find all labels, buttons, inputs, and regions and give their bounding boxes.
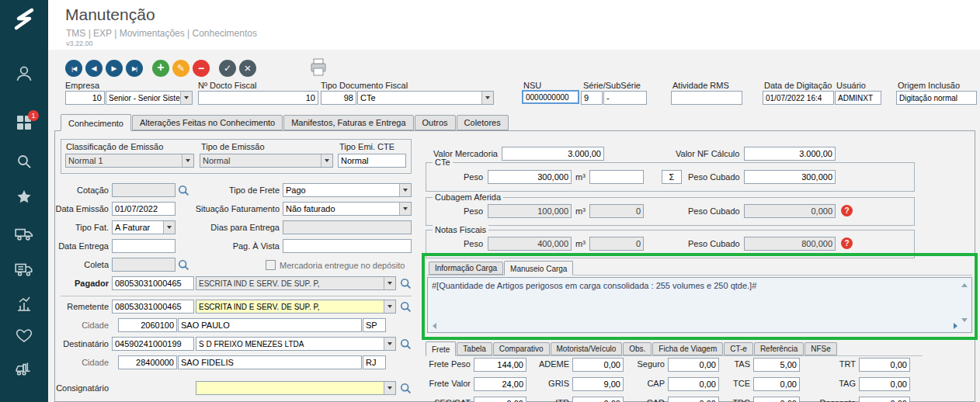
chart-icon xyxy=(15,295,33,314)
valor-mercadoria-field[interactable]: 3.000,00 xyxy=(502,147,604,161)
next-record-button[interactable] xyxy=(106,60,123,77)
docto-fiscal-label: Nº Docto Fiscal xyxy=(198,81,257,90)
tipo-doc-label: Tipo Documento Fiscal xyxy=(321,81,408,90)
data-emissao-field[interactable]: 01/07/2022 xyxy=(112,202,175,216)
print-button[interactable] xyxy=(308,56,329,81)
tab-ficha-viagem[interactable]: Ficha de Viagem xyxy=(652,342,723,355)
tipo-doc-code-field[interactable]: 98 xyxy=(321,91,356,105)
tab-obs[interactable]: Obs. xyxy=(623,342,652,355)
cte-peso-cubado-field[interactable]: 300,000 xyxy=(744,170,836,184)
header xyxy=(48,0,980,50)
sum-button[interactable]: Σ xyxy=(662,170,682,184)
consignatario-select[interactable] xyxy=(196,381,396,395)
edit-button[interactable] xyxy=(172,60,189,77)
last-record-button[interactable] xyxy=(126,60,143,77)
tce-field[interactable]: 0,00 xyxy=(753,377,800,391)
frete-valor-field[interactable]: 24,00 xyxy=(474,377,526,391)
itr-field[interactable]: 0,00 xyxy=(572,397,624,402)
cte-group-title: CTe xyxy=(433,158,453,167)
coleta-search-button[interactable] xyxy=(177,258,190,272)
consignatario-search-button[interactable] xyxy=(399,382,412,395)
tdc-field[interactable]: 0,00 xyxy=(753,397,800,402)
sidebar-item-heart[interactable] xyxy=(0,326,48,345)
seguro-label: Seguro xyxy=(627,359,665,369)
tipo-fat-select[interactable]: A Faturar xyxy=(112,220,175,234)
delete-button[interactable] xyxy=(193,60,210,77)
frete-peso-field[interactable]: 144,00 xyxy=(474,358,526,372)
destinatario-search-button[interactable] xyxy=(399,338,412,351)
sidebar-item-search[interactable] xyxy=(0,152,48,171)
sidebar-item-truck[interactable] xyxy=(0,224,48,244)
tag-field[interactable]: 0,00 xyxy=(859,377,910,391)
tab-cte[interactable]: CT-e xyxy=(724,342,753,355)
remetente-search-button[interactable] xyxy=(399,300,412,314)
scroll-down-arrow[interactable] xyxy=(961,318,968,322)
docto-fiscal-field[interactable]: 10 xyxy=(198,91,318,105)
tab-conhecimento[interactable]: Conhecimento xyxy=(61,114,131,131)
tas-field[interactable]: 5,00 xyxy=(753,358,800,372)
gris-field[interactable]: 9,00 xyxy=(572,377,624,391)
cancel-button[interactable] xyxy=(239,60,256,77)
valor-nf-calculo-field[interactable]: 3.000,00 xyxy=(744,147,836,161)
chevron-down-icon xyxy=(182,154,193,167)
tab-motorista-veiculo[interactable]: Motorista/Veículo xyxy=(551,342,623,355)
tipo-frete-select[interactable]: Pago xyxy=(283,183,412,197)
sidebar-item-user[interactable] xyxy=(0,64,48,84)
nsu-field[interactable]: 0000000000 xyxy=(522,90,579,104)
help-icon[interactable] xyxy=(841,205,853,217)
sidebar-item-charts[interactable] xyxy=(0,295,48,314)
destinatario-select[interactable]: S D FREIXO MENEZES LTDA xyxy=(196,337,396,351)
tab-referencia[interactable]: Referência xyxy=(754,342,804,355)
sec-cat-field[interactable]: 0,00 xyxy=(474,397,526,402)
pagador-code-field[interactable]: 08053031000465 xyxy=(112,276,194,290)
first-record-button[interactable] xyxy=(65,60,82,77)
search-icon xyxy=(400,383,412,394)
tipo-doc-select[interactable]: CTe xyxy=(357,91,494,105)
tab-alteracoes[interactable]: Alterações Feitas no Conhecimento xyxy=(132,115,283,130)
sidebar-item-apps[interactable] xyxy=(0,113,48,132)
situacao-faturamento-select[interactable]: Não faturado xyxy=(283,202,412,216)
scroll-up-arrow[interactable] xyxy=(961,283,968,287)
data-entrega-field[interactable] xyxy=(112,239,175,253)
tab-manuseio-carga[interactable]: Manuseio Carga xyxy=(504,261,573,276)
carga-textarea[interactable]: #[Quantidade de Artigos perigosos em car… xyxy=(427,277,972,333)
cte-m3-field[interactable] xyxy=(589,170,644,184)
tab-outros[interactable]: Outros xyxy=(415,115,456,130)
tab-nfse[interactable]: NFSe xyxy=(805,342,837,355)
serie-field[interactable]: 9 xyxy=(581,91,603,105)
tab-tabela[interactable]: Tabela xyxy=(457,342,492,355)
seguro-field[interactable]: 0,00 xyxy=(668,358,719,372)
help-icon[interactable] xyxy=(841,237,853,249)
prev-record-button[interactable] xyxy=(85,60,103,77)
atividade-rms-field[interactable] xyxy=(671,91,742,105)
trt-field[interactable]: 0,00 xyxy=(859,358,910,372)
pagador-search-button[interactable] xyxy=(399,277,412,290)
scroll-left-arrow[interactable] xyxy=(433,323,436,329)
sidebar-item-forklift[interactable] xyxy=(0,359,48,379)
cte-peso-field[interactable]: 300,000 xyxy=(488,170,572,184)
cap-field[interactable]: 0,00 xyxy=(668,377,719,391)
tab-comparativo[interactable]: Comparativo xyxy=(493,342,550,355)
add-button[interactable] xyxy=(152,60,169,77)
confirm-button[interactable] xyxy=(219,60,236,77)
sidebar-item-cargo-truck[interactable] xyxy=(0,259,48,279)
scroll-right-arrow[interactable] xyxy=(954,323,957,329)
tab-frete[interactable]: Frete xyxy=(426,341,456,356)
desconto-field[interactable]: 0,00 xyxy=(859,397,910,402)
remetente-code-field[interactable]: 08053031000465 xyxy=(112,300,194,314)
tab-informacao-carga[interactable]: Informação Carga xyxy=(429,262,503,275)
tab-coletores[interactable]: Coletores xyxy=(457,115,509,130)
chevron-down-icon xyxy=(399,184,411,196)
subserie-field[interactable]: - xyxy=(603,91,647,105)
tab-manifestos[interactable]: Manifestos, Faturas e Entrega xyxy=(283,115,413,130)
serie-label: Série/SubSérie xyxy=(583,81,641,90)
destinatario-code-field[interactable]: 04590241000199 xyxy=(112,337,194,351)
empresa-code-field[interactable]: 10 xyxy=(65,91,105,105)
pag-a-vista-field[interactable] xyxy=(283,239,412,253)
cad-field[interactable]: 0,00 xyxy=(668,397,719,402)
tag-label: TAG xyxy=(808,379,856,388)
sidebar-item-favorites[interactable] xyxy=(0,188,48,206)
empresa-name-select[interactable]: Senior - Senior Sistemas SC xyxy=(106,91,193,105)
remetente-select[interactable]: ESCRITA IND E SERV. DE SUP. P, xyxy=(196,300,396,314)
ademe-field[interactable]: 0,00 xyxy=(572,358,624,372)
